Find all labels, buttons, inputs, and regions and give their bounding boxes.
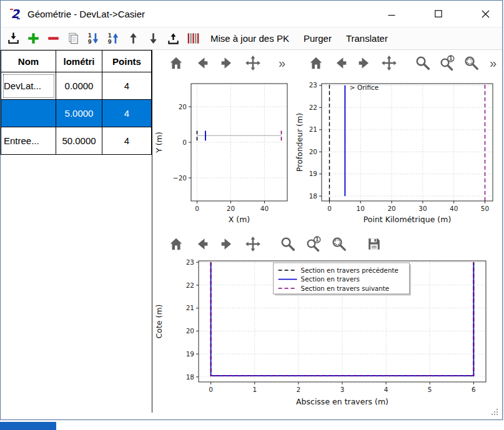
main-toolbar: 1919Mise à jour des PKPurgerTranslater — [1, 27, 502, 50]
table-cell[interactable]: 0.0000 — [56, 72, 102, 100]
svg-text:20: 20 — [387, 205, 395, 212]
zoom-icon[interactable] — [414, 54, 432, 72]
titlebar[interactable]: 2 Géométrie - DevLat->Casier — [1, 1, 502, 27]
forward-icon[interactable] — [356, 54, 373, 72]
cross-section-plot[interactable]: 0123456181920212223Abscisse en travers (… — [154, 257, 502, 412]
svg-text:22: 22 — [309, 104, 317, 111]
svg-text:5: 5 — [428, 386, 432, 393]
translate-button[interactable]: Translater — [340, 30, 393, 47]
pk-stripes-icon[interactable] — [185, 30, 202, 47]
svg-text:9: 9 — [108, 39, 112, 45]
svg-text:18: 18 — [186, 373, 194, 381]
move-down-icon[interactable] — [145, 30, 162, 47]
svg-text:18: 18 — [309, 192, 317, 200]
svg-text:Section en travers: Section en travers — [301, 275, 360, 283]
forward-icon[interactable] — [218, 54, 237, 72]
remove-icon[interactable] — [45, 30, 62, 47]
pan-icon[interactable] — [244, 54, 262, 72]
toolbar-overflow-button[interactable]: » — [276, 57, 288, 69]
move-up-icon[interactable] — [125, 30, 142, 47]
svg-text:1: 1 — [449, 55, 453, 62]
sections-table-panel: NomlométriPointsDevLat...0.000045.00004E… — [1, 50, 152, 413]
svg-text:20: 20 — [309, 148, 317, 155]
zoom-icon[interactable] — [279, 235, 297, 253]
purge-button[interactable]: Purger — [298, 30, 337, 47]
table-cell[interactable]: Entree... — [1, 127, 56, 155]
table-cell[interactable]: 4 — [102, 100, 152, 127]
svg-text:23: 23 — [309, 81, 317, 89]
svg-text:−20: −20 — [173, 174, 187, 182]
svg-text:30: 30 — [418, 205, 427, 212]
zoom-one-icon[interactable]: 1 — [304, 235, 323, 253]
forward-icon[interactable] — [218, 235, 237, 253]
svg-text:> Orifice: > Orifice — [350, 84, 378, 91]
add-icon[interactable] — [25, 30, 42, 47]
table-row[interactable]: Entree...50.00004 — [1, 127, 152, 155]
toolbar-overflow-button[interactable]: » — [487, 57, 499, 69]
svg-text:21: 21 — [309, 125, 317, 133]
svg-text:1: 1 — [108, 32, 112, 39]
svg-text:1: 1 — [88, 32, 92, 39]
save-icon[interactable] — [365, 235, 383, 253]
plots-area: » 02040−20020X (m)Y (m) 1» 0102030405018… — [152, 50, 502, 413]
zoom-one-icon[interactable]: 1 — [438, 54, 456, 72]
svg-text:X (m): X (m) — [229, 215, 250, 224]
pan-icon[interactable] — [244, 235, 262, 253]
svg-text:Profondeur (m): Profondeur (m) — [295, 113, 304, 172]
home-icon[interactable] — [307, 54, 325, 72]
svg-text:Section en travers suivante: Section en travers suivante — [301, 285, 390, 292]
table-cell[interactable]: 4 — [102, 72, 152, 100]
svg-text:4: 4 — [384, 386, 388, 393]
export-icon[interactable] — [165, 30, 182, 47]
svg-text:10: 10 — [357, 205, 365, 212]
app-window: 2 Géométrie - DevLat->Casier 1919Mise à … — [0, 0, 503, 420]
zoom-rect-icon[interactable] — [463, 54, 480, 72]
app-icon: 2 — [8, 7, 22, 21]
zoom-rect-icon[interactable] — [330, 235, 348, 253]
update-pk-button[interactable]: Mise à jour des PK — [205, 30, 295, 47]
sort-asc-icon[interactable]: 19 — [105, 30, 122, 47]
svg-text:9: 9 — [88, 39, 92, 45]
svg-text:21: 21 — [186, 304, 194, 311]
table-cell[interactable] — [1, 100, 56, 127]
svg-text:19: 19 — [309, 170, 317, 177]
taskbar-strip — [0, 421, 504, 430]
back-icon[interactable] — [192, 54, 211, 72]
table-row[interactable]: DevLat...0.00004 — [1, 72, 152, 100]
column-header-1[interactable]: lométri — [56, 51, 102, 72]
home-icon[interactable] — [167, 235, 185, 253]
close-button[interactable] — [471, 1, 500, 27]
sort-desc-icon[interactable]: 19 — [85, 30, 102, 47]
cross-section-toolbar: 1 — [152, 231, 502, 257]
table-row[interactable]: 5.00004 — [1, 100, 152, 127]
profile-plot[interactable]: 01020304050181920212223Point Kilométriqu… — [294, 76, 502, 230]
svg-text:0: 0 — [209, 386, 213, 393]
svg-text:Cote (m): Cote (m) — [154, 305, 164, 339]
window-title: Géométrie - DevLat->Casier — [27, 9, 145, 19]
minimize-button[interactable] — [377, 1, 406, 27]
svg-text:0: 0 — [195, 205, 199, 212]
import-icon[interactable] — [5, 30, 22, 47]
svg-text:20: 20 — [186, 327, 194, 335]
table-cell[interactable]: 50.0000 — [56, 127, 102, 155]
table-cell[interactable]: DevLat... — [1, 72, 56, 100]
svg-text:20: 20 — [227, 205, 235, 212]
taskbar-item[interactable] — [0, 422, 56, 430]
sections-table: NomlométriPointsDevLat...0.000045.00004E… — [1, 50, 152, 155]
svg-text:6: 6 — [472, 386, 476, 393]
column-header-0[interactable]: Nom — [1, 51, 56, 72]
maximize-button[interactable] — [424, 1, 453, 27]
svg-text:Abscisse en travers (m): Abscisse en travers (m) — [296, 397, 388, 406]
back-icon[interactable] — [192, 235, 211, 253]
resize-grip[interactable] — [490, 407, 499, 416]
column-header-2[interactable]: Points — [102, 51, 152, 72]
copy-icon[interactable] — [65, 30, 82, 47]
back-icon[interactable] — [332, 54, 349, 72]
table-cell[interactable]: 5.0000 — [56, 100, 102, 127]
plan-view-plot[interactable]: 02040−20020X (m)Y (m) — [154, 76, 293, 230]
svg-text:0: 0 — [182, 139, 187, 146]
svg-text:40: 40 — [260, 205, 269, 212]
pan-icon[interactable] — [380, 54, 398, 72]
home-icon[interactable] — [167, 54, 185, 72]
table-cell[interactable]: 4 — [102, 127, 152, 155]
